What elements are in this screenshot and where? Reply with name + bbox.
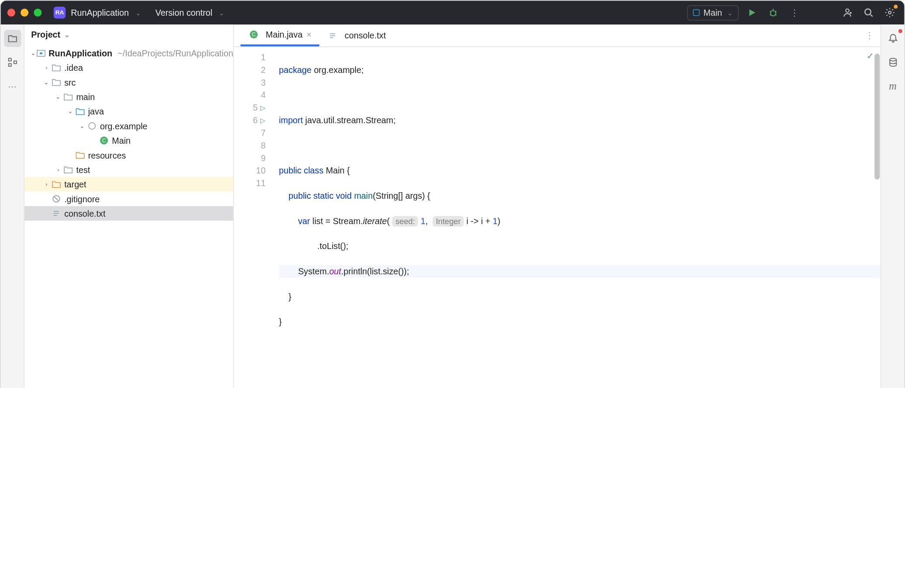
text-file-icon	[51, 208, 62, 218]
svg-point-3	[888, 11, 891, 14]
line-number: 4	[261, 89, 266, 101]
window-controls	[7, 9, 42, 17]
tree-item[interactable]: ⌄ org.example	[24, 119, 233, 133]
run-config-name: Main	[704, 7, 722, 17]
tree-item[interactable]: .gitignore	[24, 191, 233, 206]
expand-icon[interactable]: ›	[42, 181, 51, 187]
svg-rect-13	[40, 52, 43, 55]
close-tab-icon[interactable]: ×	[307, 29, 312, 39]
tree-item[interactable]: ⌄ main	[24, 90, 233, 104]
line-number: 6	[253, 114, 258, 127]
run-button[interactable]	[744, 5, 760, 21]
tree-label: .idea	[64, 62, 83, 73]
svg-rect-4	[8, 58, 11, 61]
svg-point-32	[889, 58, 896, 61]
tree-item[interactable]: ⌄ src	[24, 75, 233, 89]
line-number: 7	[261, 127, 266, 139]
tab-console-txt[interactable]: console.txt	[319, 24, 394, 46]
settings-icon[interactable]	[882, 5, 898, 21]
line-number: 3	[261, 76, 266, 89]
titlebar: RA RunApplication ⌄ Version control ⌄ Ma…	[1, 1, 905, 25]
gitignore-icon	[51, 194, 62, 204]
expand-icon[interactable]: ⌄	[30, 50, 37, 56]
close-window[interactable]	[7, 9, 15, 17]
tab-main-java[interactable]: C Main.java ×	[241, 24, 320, 46]
project-name[interactable]: RunApplication	[71, 7, 129, 17]
tab-label: console.txt	[345, 31, 386, 41]
structure-tool-button[interactable]	[3, 54, 21, 71]
vcs-menu[interactable]: Version control	[155, 7, 212, 17]
expand-icon[interactable]: ⌄	[77, 123, 86, 129]
tree-item[interactable]: resources	[24, 148, 233, 162]
tree-label: Main	[112, 135, 131, 145]
resources-folder-icon	[75, 150, 85, 160]
tree-item[interactable]: › test	[24, 163, 233, 177]
tree-label: main	[76, 92, 95, 102]
tree-item[interactable]: console.txt	[24, 206, 233, 221]
debug-button[interactable]	[765, 5, 781, 21]
tree-label: org.example	[100, 121, 148, 131]
tree-label: console.txt	[64, 208, 105, 218]
more-actions-icon[interactable]: ⋮	[786, 5, 802, 21]
chevron-down-icon[interactable]: ⌄	[135, 9, 141, 16]
right-tool-rail: m	[881, 24, 905, 388]
code-with-me-icon[interactable]	[839, 5, 855, 21]
folder-icon	[63, 164, 73, 175]
run-gutter-icon[interactable]: ▷	[260, 101, 266, 114]
code-editor[interactable]: 1 2 3 4 5▷ 6▷ 7 8 9 10 11 package	[234, 47, 880, 388]
tree-path: ~/IdeaProjects/RunApplication	[117, 48, 233, 58]
run-config-icon	[693, 9, 699, 16]
tree-label: .gitignore	[64, 194, 100, 204]
editor-gutter: 1 2 3 4 5▷ 6▷ 7 8 9 10 11	[234, 47, 269, 388]
tree-item[interactable]: ⌄ java	[24, 104, 233, 118]
database-button[interactable]	[884, 54, 901, 71]
tree-item[interactable]: › .idea	[24, 60, 233, 75]
tree-label: java	[88, 106, 104, 116]
line-number: 5	[253, 101, 258, 114]
line-number: 11	[256, 177, 266, 190]
line-number: 9	[261, 152, 266, 164]
folder-icon	[63, 91, 73, 102]
tab-more-icon[interactable]: ⋮	[859, 24, 881, 46]
tree-label: resources	[88, 150, 126, 160]
expand-icon[interactable]: ⌄	[54, 93, 63, 100]
search-icon[interactable]	[860, 5, 876, 21]
tree-item[interactable]: › target	[24, 177, 233, 191]
minimize-window[interactable]	[21, 9, 28, 17]
run-gutter-icon[interactable]: ▷	[260, 114, 266, 127]
run-config-selector[interactable]: Main ⌄	[687, 5, 739, 20]
inspections-ok-icon[interactable]: ✓	[867, 51, 874, 61]
svg-point-0	[770, 10, 776, 16]
project-panel: Project ⌄ ⌄ RunApplication ~/IdeaProject…	[24, 24, 234, 388]
maven-button[interactable]: m	[884, 77, 901, 94]
line-number: 2	[261, 64, 266, 76]
left-tool-rail: ⋯	[1, 24, 25, 388]
source-folder-icon	[75, 106, 85, 117]
svg-point-14	[89, 123, 95, 129]
maximize-window[interactable]	[34, 9, 41, 17]
expand-icon[interactable]: ⌄	[66, 108, 75, 114]
svg-rect-6	[14, 61, 16, 64]
tree-root[interactable]: ⌄ RunApplication ~/IdeaProjects/RunAppli…	[24, 46, 233, 60]
chevron-down-icon[interactable]: ⌄	[219, 9, 224, 16]
tree-label: test	[76, 165, 90, 175]
class-icon: C	[99, 135, 109, 145]
editor-scrollbar[interactable]	[874, 54, 880, 180]
expand-icon[interactable]: ⌄	[42, 79, 51, 86]
folder-icon	[51, 62, 62, 73]
line-number: 8	[261, 139, 266, 152]
project-panel-title: Project	[31, 29, 60, 39]
project-icon[interactable]: RA	[54, 7, 66, 18]
project-panel-header[interactable]: Project ⌄	[24, 24, 233, 45]
notifications-button[interactable]	[884, 30, 901, 47]
expand-icon[interactable]: ›	[54, 166, 63, 173]
project-tool-button[interactable]	[3, 30, 21, 47]
tree-label: src	[64, 77, 76, 87]
tree-item[interactable]: C Main	[24, 133, 233, 148]
expand-icon[interactable]: ›	[42, 64, 51, 71]
editor-area: C Main.java × console.txt ⋮ 1	[234, 24, 880, 388]
more-tool-button[interactable]: ⋯	[3, 77, 21, 94]
code-content[interactable]: package org.example; import java.util.st…	[269, 47, 881, 388]
chevron-down-icon: ⌄	[727, 9, 732, 16]
tree-label: RunApplication	[48, 48, 112, 58]
